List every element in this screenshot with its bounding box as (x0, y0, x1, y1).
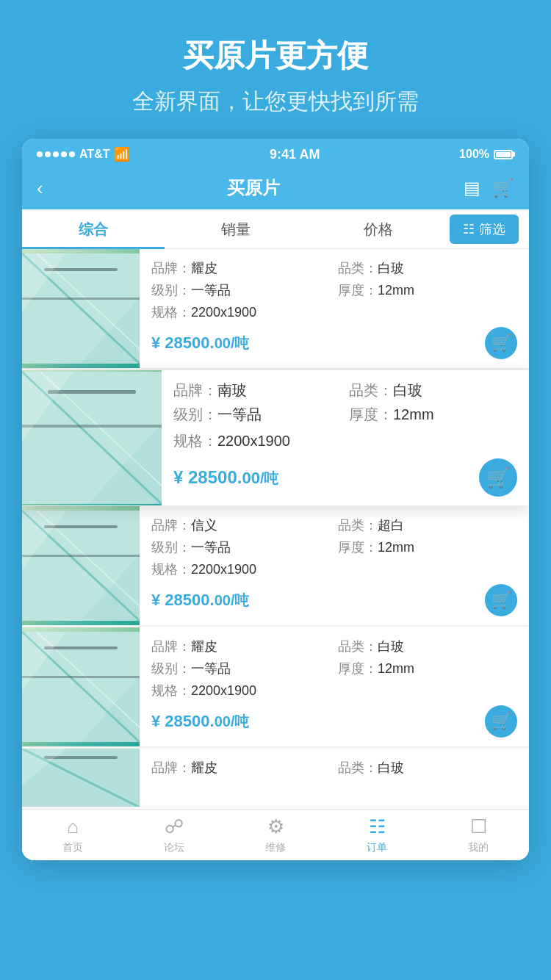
tab-mine[interactable]: ☐ 我的 (428, 810, 529, 861)
product-image (22, 749, 140, 807)
category-field: 品类：白玻 (338, 259, 517, 277)
product-price-row: ¥ 28500.00/吨 🛒 (151, 584, 517, 616)
back-button[interactable]: ‹ (37, 177, 43, 200)
grade-field: 级别：一等品 (151, 538, 331, 556)
svg-rect-5 (22, 298, 140, 300)
sort-tab-comprehensive[interactable]: 综合 (22, 209, 165, 249)
sort-tab-sales[interactable]: 销量 (165, 209, 307, 249)
tab-orders-label: 订单 (367, 841, 387, 854)
promo-subtitle: 全新界面，让您更快找到所需 (29, 87, 522, 117)
product-spec: 规格：2200x1900 (151, 303, 517, 321)
product-price: ¥ 28500.00/吨 (151, 591, 249, 610)
brand-field: 品牌：信义 (151, 516, 331, 534)
add-to-cart-button[interactable]: 🛒 (485, 327, 517, 359)
grade-field: 级别：一等品 (173, 405, 342, 425)
product-price-row: ¥ 28500.00/吨 🛒 (173, 458, 517, 497)
product-info: 品牌：信义 品类：超白 级别：一等品 厚度：12mm 规格：2200x1900 … (140, 506, 529, 625)
product-spec: 规格：2200x1900 (151, 682, 517, 699)
product-info: 品牌：南玻 品类：白玻 级别：一等品 厚度：12mm 规格：2200x1900 … (162, 370, 529, 505)
product-price: ¥ 28500.00/吨 (151, 712, 249, 732)
tab-forum[interactable]: ☍ 论坛 (123, 810, 225, 861)
add-to-cart-button[interactable]: 🛒 (485, 705, 517, 738)
product-item: 品牌：耀皮 品类：白玻 级别：一等品 厚度：12mm 规格：2200x1900 … (22, 627, 529, 747)
battery-label: 100% (459, 148, 489, 161)
promo-area: 买原片更方便 全新界面，让您更快找到所需 (0, 0, 551, 139)
tab-repair[interactable]: ⚙ 维修 (225, 810, 326, 861)
status-left: AT&T 📶 (37, 146, 130, 162)
grade-field: 级别：一等品 (151, 660, 331, 677)
signal-dots (37, 151, 75, 157)
filter-icon: ☷ (463, 221, 475, 237)
product-item: 品牌：信义 品类：超白 级别：一等品 厚度：12mm 规格：2200x1900 … (22, 506, 529, 626)
calculator-icon[interactable]: ▤ (464, 178, 480, 198)
orders-icon: ☷ (369, 815, 386, 838)
product-image (22, 370, 162, 505)
thickness-field: 厚度：12mm (338, 660, 517, 677)
product-meta: 品牌：信义 品类：超白 级别：一等品 厚度：12mm (151, 516, 517, 556)
category-field: 品类：白玻 (338, 759, 517, 777)
product-item: 品牌：耀皮 品类：白玻 级别：一等品 厚度：12mm 规格：2200x1900 … (22, 249, 529, 369)
tab-orders[interactable]: ☷ 订单 (326, 810, 428, 861)
svg-rect-19 (22, 555, 140, 557)
product-info: 品牌：耀皮 品类：白玻 级别：一等品 厚度：12mm 规格：2200x1900 … (140, 627, 529, 746)
product-spec: 规格：2200x1900 (173, 431, 517, 451)
product-meta: 品牌：耀皮 品类：白玻 级别：一等品 厚度：12mm (151, 259, 517, 299)
nav-bar: ‹ 买原片 ▤ 🛒 (22, 168, 529, 209)
battery-icon (494, 150, 514, 159)
product-meta: 品牌：南玻 品类：白玻 级别：一等品 厚度：12mm (173, 381, 517, 425)
nav-icons: ▤ 🛒 (464, 178, 514, 198)
wifi-icon: 📶 (114, 146, 130, 162)
product-meta: 品牌：耀皮 品类：白玻 (151, 759, 517, 777)
svg-rect-12 (22, 425, 162, 428)
product-info: 品牌：耀皮 品类：白玻 级别：一等品 厚度：12mm 规格：2200x1900 … (140, 249, 529, 368)
status-bar: AT&T 📶 9:41 AM 100% (22, 139, 529, 168)
category-field: 品类：白玻 (338, 638, 517, 655)
status-right: 100% (459, 148, 514, 161)
tab-home-label: 首页 (62, 841, 83, 854)
svg-rect-25 (44, 646, 118, 649)
filter-button[interactable]: ☷ 筛选 (450, 215, 519, 244)
product-list: 品牌：耀皮 品类：白玻 级别：一等品 厚度：12mm 规格：2200x1900 … (22, 249, 529, 807)
thickness-field: 厚度：12mm (338, 281, 517, 299)
product-price-row: ¥ 28500.00/吨 🛒 (151, 327, 517, 359)
thickness-field: 厚度：12mm (349, 405, 517, 425)
product-spec: 规格：2200x1900 (151, 561, 517, 578)
tab-mine-label: 我的 (468, 841, 489, 854)
phone-frame: AT&T 📶 9:41 AM 100% ‹ 买原片 ▤ 🛒 综合 销量 价格 ☷… (22, 139, 529, 860)
forum-icon: ☍ (165, 815, 184, 838)
sort-bar: 综合 销量 价格 ☷ 筛选 (22, 209, 529, 249)
carrier-label: AT&T (79, 148, 109, 161)
cart-nav-icon[interactable]: 🛒 (492, 178, 514, 198)
promo-title: 买原片更方便 (29, 35, 522, 76)
add-to-cart-button[interactable]: 🛒 (479, 458, 517, 497)
svg-rect-26 (22, 676, 140, 678)
repair-icon: ⚙ (267, 815, 284, 838)
product-item-partial: 品牌：耀皮 品类：白玻 (22, 749, 529, 807)
status-time: 9:41 AM (270, 147, 320, 162)
product-price: ¥ 28500.00/吨 (151, 334, 249, 353)
product-meta: 品牌：耀皮 品类：白玻 级别：一等品 厚度：12mm (151, 638, 517, 677)
tab-bar: ⌂ 首页 ☍ 论坛 ⚙ 维修 ☷ 订单 ☐ 我的 (22, 809, 529, 860)
svg-rect-11 (48, 390, 136, 394)
product-image (22, 506, 140, 625)
svg-rect-4 (44, 268, 118, 271)
brand-field: 品牌：耀皮 (151, 259, 331, 277)
tab-home[interactable]: ⌂ 首页 (22, 810, 123, 861)
brand-field: 品牌：耀皮 (151, 638, 331, 655)
brand-field: 品牌：耀皮 (151, 759, 331, 777)
product-price-row: ¥ 28500.00/吨 🛒 (151, 705, 517, 738)
brand-field: 品牌：南玻 (173, 381, 342, 400)
product-info: 品牌：耀皮 品类：白玻 (140, 749, 529, 807)
product-image (22, 249, 140, 368)
category-field: 品类：白玻 (349, 381, 517, 400)
nav-title: 买原片 (227, 176, 280, 200)
category-field: 品类：超白 (338, 516, 517, 534)
add-to-cart-button[interactable]: 🛒 (485, 584, 517, 616)
sort-tab-price[interactable]: 价格 (307, 209, 450, 249)
mine-icon: ☐ (470, 815, 487, 838)
tab-forum-label: 论坛 (164, 841, 184, 854)
product-price: ¥ 28500.00/吨 (173, 467, 278, 489)
grade-field: 级别：一等品 (151, 281, 331, 299)
tab-repair-label: 维修 (265, 841, 286, 854)
product-item-highlighted: 品牌：南玻 品类：白玻 级别：一等品 厚度：12mm 规格：2200x1900 … (22, 370, 529, 506)
